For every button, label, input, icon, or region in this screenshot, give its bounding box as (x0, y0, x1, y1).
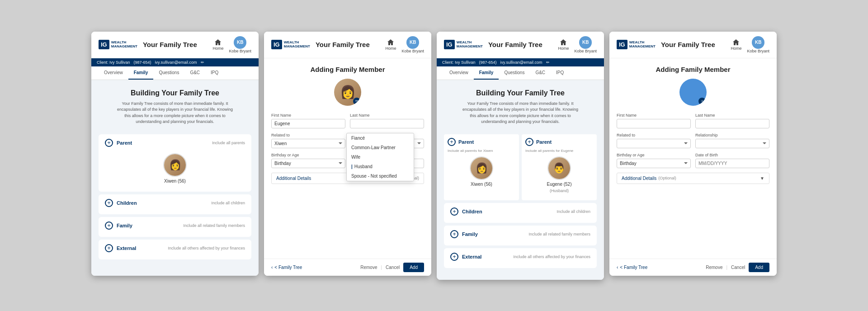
persons-row-1: 👩 Xiwen (56) (105, 150, 245, 187)
edit-icon[interactable]: ✏ (201, 60, 204, 65)
additional-header-4[interactable]: Additional Details (Optional) ▼ (622, 176, 764, 181)
parent-desc-1: Include all parents (212, 141, 245, 145)
option-spouse[interactable]: Spouse - Not specified (347, 171, 414, 181)
home-nav-2[interactable]: Home (385, 39, 396, 51)
edit-avatar-badge-4[interactable]: + (698, 98, 706, 105)
ig-logo: IG (99, 40, 109, 49)
avatar-upload-4: + (617, 79, 769, 106)
home-nav-4[interactable]: Home (731, 39, 741, 51)
cancel-btn-4[interactable]: Cancel (731, 265, 745, 270)
page-title-3: Your Family Tree (488, 41, 558, 48)
ig-logo-2: IG (271, 40, 282, 49)
children-label-1: Children (117, 200, 137, 206)
add-btn-4[interactable]: Add (749, 263, 769, 272)
xiwen-card-3[interactable]: 👩 Xiwen (56) (470, 156, 493, 187)
user-nav-1[interactable]: KB Kobe Bryant (229, 36, 251, 53)
related-to-group-2: Related to Xiwen (271, 133, 345, 148)
additional-label-4: Additional Details (622, 176, 656, 181)
relation-row-2: Related to Xiwen Relationship Fiancé Com… (271, 133, 424, 148)
back-link-4[interactable]: ‹ < Family Tree (617, 265, 647, 270)
tab-gc-1[interactable]: G&C (184, 66, 205, 80)
add-btn-2[interactable]: Add (403, 263, 424, 272)
back-link-2[interactable]: ‹ < Family Tree (271, 265, 302, 270)
add-external-btn-3[interactable]: + (450, 253, 458, 261)
add-family-btn-3[interactable]: + (450, 230, 458, 238)
add-children-btn-3[interactable]: + (450, 207, 458, 216)
edit-avatar-badge-2[interactable]: ✏ (353, 98, 360, 105)
related-to-label-2: Related to (271, 133, 345, 137)
option-husband[interactable]: Husband (347, 162, 414, 171)
add-family-btn-1[interactable]: + (105, 221, 113, 230)
tab-ipq-3[interactable]: IPQ (551, 66, 569, 80)
parent-xiwen-header: + Parent (448, 138, 515, 146)
remove-btn-2[interactable]: Remove (360, 265, 377, 270)
cancel-btn-2[interactable]: Cancel (386, 265, 400, 270)
related-to-group-4: Related to (617, 133, 691, 148)
optional-label-4: (Optional) (658, 176, 676, 180)
option-common-law[interactable]: Common-Law Partner (347, 143, 414, 152)
eugene-card-3[interactable]: 👨 Eugene (52) (Husband) (547, 156, 571, 193)
user-nav-2[interactable]: KB Kobe Bryant (401, 36, 424, 53)
user-nav-4[interactable]: KB Kobe Bryant (747, 36, 769, 53)
home-nav-3[interactable]: Home (558, 39, 569, 51)
add-parent-xiwen[interactable]: + (448, 138, 456, 146)
parent-dual-3: + Parent Include all parents for Xiwen 👩… (444, 134, 597, 200)
relationship-select-4[interactable] (695, 139, 769, 148)
option-wife[interactable]: Wife (347, 152, 414, 162)
edit-icon-3[interactable]: ✏ (546, 60, 550, 65)
add-parent-btn-1[interactable]: + (105, 139, 113, 147)
client-bar-3: Client: Ivy Sullivan (987-654) ivy.sulli… (437, 58, 604, 66)
parent-header-1: + Parent Include all parents (105, 139, 245, 147)
remove-btn-4[interactable]: Remove (706, 265, 722, 270)
logo-text: WEALTH MANAGEMENT (111, 41, 137, 49)
family-header-1: + Family Include all related family memb… (105, 221, 245, 230)
add-external-btn-1[interactable]: + (105, 244, 113, 252)
first-name-group-4: First Name (617, 113, 691, 128)
last-name-input-4[interactable] (695, 119, 769, 128)
home-nav-1[interactable]: Home (212, 39, 223, 51)
first-name-label-2: First Name (271, 113, 345, 118)
parent-eugene-label: Parent (536, 139, 552, 145)
birthday-select-2[interactable]: Birthday (271, 159, 345, 168)
add-parent-eugene[interactable]: + (525, 138, 533, 146)
upload-avatar-2[interactable]: 👩 ✏ (334, 79, 361, 106)
tab-ipq-1[interactable]: IPQ (205, 66, 224, 80)
tab-family-3[interactable]: Family (474, 66, 499, 80)
related-to-select-2[interactable]: Xiwen (271, 139, 345, 148)
last-name-input-2[interactable] (350, 119, 424, 128)
dob-label-4: Date of Birth (695, 153, 769, 157)
dob-group-4: Date of Birth (695, 153, 769, 168)
birthday-select-4[interactable]: Birthday (617, 159, 691, 168)
user-nav-3[interactable]: KB Kobe Bryant (574, 36, 597, 53)
first-name-input-2[interactable] (271, 119, 345, 128)
tab-questions-1[interactable]: Questions (153, 66, 184, 80)
option-fiance[interactable]: Fiancé (347, 133, 414, 143)
last-name-label-2: Last Name (350, 113, 424, 118)
tab-family-1[interactable]: Family (128, 66, 154, 80)
external-section-3: + External Include all others affected b… (444, 248, 597, 268)
screen-3: IG WEALTH MANAGEMENT Your Family Tree Ho… (437, 32, 604, 280)
add-children-btn-1[interactable]: + (105, 199, 113, 207)
first-name-group-2: First Name (271, 113, 345, 128)
tab-gc-3[interactable]: G&C (530, 66, 551, 80)
logo-text-3: WEALTH MANAGEMENT (457, 41, 483, 49)
tab-overview-1[interactable]: Overview (99, 66, 128, 80)
xiwen-name-1: Xiwen (56) (164, 179, 186, 184)
logo-3: IG WEALTH MANAGEMENT (444, 40, 483, 49)
header-1: IG WEALTH MANAGEMENT Your Family Tree Ho… (91, 32, 259, 58)
footer-actions-4: Remove | Cancel Add (706, 263, 769, 272)
upload-avatar-4[interactable]: + (679, 79, 707, 106)
eugene-avatar-3: 👨 (547, 156, 571, 180)
header-nav-1: Home KB Kobe Bryant (212, 36, 251, 53)
eugene-role-3: (Husband) (550, 188, 569, 193)
birthday-label-4: Birthday or Age (617, 153, 691, 157)
logo-4: IG WEALTH MANAGEMENT (617, 40, 656, 49)
birthday-group-2: Birthday or Age Birthday (271, 153, 345, 168)
tab-overview-3[interactable]: Overview (444, 66, 474, 80)
dob-input-4[interactable] (695, 159, 769, 168)
last-name-group-2: Last Name (350, 113, 424, 128)
first-name-input-4[interactable] (617, 119, 691, 128)
related-to-select-4[interactable] (617, 139, 691, 148)
person-xiwen-1[interactable]: 👩 Xiwen (56) (163, 153, 187, 184)
tab-questions-3[interactable]: Questions (499, 66, 530, 80)
